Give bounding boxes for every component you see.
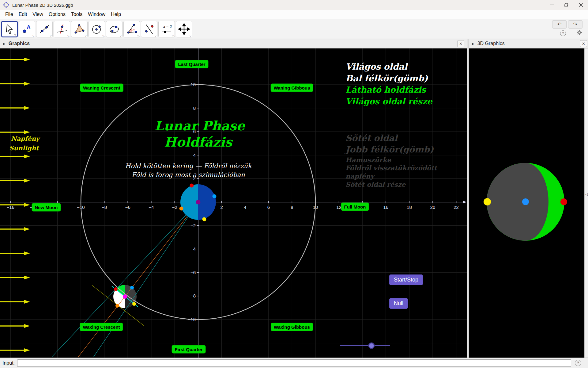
phase-label-new-moon[interactable]: New Moon bbox=[32, 203, 61, 212]
graphics3d-panel-header: ▶ 3D Graphics ✕ bbox=[469, 39, 588, 48]
sphere-yellow-point[interactable] bbox=[484, 198, 491, 205]
x-axis-tick-label: 22 bbox=[454, 205, 459, 210]
x-axis-tick-label: −4 bbox=[149, 205, 154, 210]
menu-help[interactable]: Help bbox=[108, 11, 124, 18]
phase-label-full-moon[interactable]: Full Moon bbox=[341, 203, 369, 211]
help-icon[interactable]: ? bbox=[560, 30, 566, 36]
tool-dropdown-caret[interactable]: ▽ bbox=[85, 35, 87, 37]
settings-gear-icon[interactable] bbox=[576, 29, 582, 37]
sun-ray-arrow bbox=[0, 58, 30, 61]
tool-line[interactable]: ▽ bbox=[36, 21, 53, 37]
sun-ray-arrow bbox=[0, 300, 30, 304]
slider-knob[interactable] bbox=[369, 343, 374, 348]
tool-dropdown-caret[interactable]: ▽ bbox=[67, 35, 69, 37]
tool-dropdown-caret[interactable]: ▽ bbox=[102, 35, 104, 37]
x-axis-arrow bbox=[463, 201, 466, 204]
tool-point[interactable]: A▽ bbox=[19, 21, 35, 37]
tool-dropdown-caret[interactable]: ▽ bbox=[137, 35, 139, 37]
graphics-panel-header: ▶ Graphics ✕ bbox=[0, 39, 467, 48]
null-button[interactable]: Null bbox=[389, 298, 408, 309]
input-help-icon[interactable]: ? bbox=[575, 360, 581, 366]
tool-dropdown-caret[interactable]: ▽ bbox=[120, 35, 122, 37]
redo-button[interactable]: ↷ bbox=[568, 20, 582, 29]
phase-label-last-quarter[interactable]: Last Quarter bbox=[175, 60, 208, 68]
restore-icon[interactable] bbox=[559, 0, 574, 10]
menu-view[interactable]: View bbox=[30, 11, 46, 18]
menu-options[interactable]: Options bbox=[46, 11, 68, 18]
menu-window[interactable]: Window bbox=[85, 11, 108, 18]
close-icon[interactable] bbox=[574, 0, 588, 10]
legend-light-line: Világos oldal bbox=[345, 62, 407, 72]
tool-circle-icon bbox=[91, 23, 103, 35]
earth-disk[interactable] bbox=[179, 184, 217, 221]
sun-rays-layer bbox=[0, 58, 30, 352]
tool-circle[interactable]: ▽ bbox=[89, 21, 105, 37]
phase-label-waning-gibbous[interactable]: Waning Gibbous bbox=[271, 84, 313, 92]
grid-layer bbox=[0, 48, 467, 358]
expand-panel-icon[interactable]: ◁ bbox=[585, 193, 588, 196]
tool-move-view[interactable]: ▽ bbox=[176, 21, 192, 37]
sun-ray-arrow bbox=[0, 227, 30, 231]
moon-blue-point[interactable] bbox=[130, 286, 134, 289]
start-stop-button[interactable]: Start/Stop bbox=[389, 274, 423, 285]
tool-ellipse-icon bbox=[108, 23, 120, 35]
tool-dropdown-caret[interactable]: ▽ bbox=[155, 35, 156, 37]
legend-light-line: Látható holdfázis bbox=[345, 85, 426, 94]
tool-dropdown-caret[interactable]: ▽ bbox=[32, 35, 34, 37]
svg-text:A: A bbox=[27, 24, 31, 30]
legend-light-line: Világos oldal része bbox=[345, 97, 432, 106]
menu-tools[interactable]: Tools bbox=[68, 11, 85, 18]
earth-marker-orange-point[interactable] bbox=[179, 207, 183, 211]
graphics-collapse-icon[interactable]: ▶ bbox=[3, 42, 6, 45]
minimize-icon[interactable] bbox=[545, 0, 559, 10]
graphics-3d-canvas[interactable]: ◁ bbox=[469, 48, 588, 358]
speed-slider[interactable] bbox=[341, 343, 390, 348]
undo-button[interactable]: ↶ bbox=[552, 20, 567, 29]
x-axis-tick-label: −2 bbox=[172, 205, 177, 210]
tool-perpendicular-icon bbox=[56, 23, 68, 35]
phase-label-first-quarter[interactable]: First Quarter bbox=[172, 345, 206, 354]
tool-dropdown-caret[interactable]: ▽ bbox=[190, 35, 191, 37]
earth-marker-yellow-point[interactable] bbox=[202, 217, 206, 221]
graphics3d-collapse-icon[interactable]: ▶ bbox=[472, 42, 474, 45]
sun-ray-arrow bbox=[0, 348, 30, 352]
tool-ellipse[interactable]: ▽ bbox=[106, 21, 123, 37]
moon-sphere[interactable] bbox=[484, 163, 567, 241]
tool-move[interactable]: ▽ bbox=[1, 21, 18, 37]
tool-dropdown-caret[interactable]: ▽ bbox=[14, 34, 16, 36]
graphics-close-icon[interactable]: ✕ bbox=[457, 40, 464, 47]
earth-marker-red-point[interactable] bbox=[190, 184, 194, 188]
sphere-center-point[interactable] bbox=[522, 198, 529, 205]
phase-label-waning-crescent[interactable]: Waning Crescent bbox=[80, 84, 123, 92]
sphere-red-point[interactable] bbox=[560, 198, 567, 205]
moon-red-point[interactable] bbox=[114, 287, 118, 291]
phase-label-waxing-crescent[interactable]: Waxing Crescent bbox=[80, 323, 123, 331]
phase-label-waxing-gibbous[interactable]: Waxing Gibbous bbox=[271, 323, 313, 331]
tool-polygon[interactable]: ▽ bbox=[71, 21, 88, 37]
tool-reflect[interactable]: ▽ bbox=[141, 21, 157, 37]
collapsed-sidebar-strip[interactable]: ◁ bbox=[584, 48, 588, 358]
graphics3d-close-icon[interactable]: ✕ bbox=[580, 40, 587, 47]
earth-center-point[interactable] bbox=[196, 200, 201, 205]
undo-icon: ↶ bbox=[557, 21, 561, 28]
tool-polygon-icon bbox=[73, 23, 85, 35]
menu-file[interactable]: File bbox=[2, 11, 16, 18]
x-axis-tick-label: 2 bbox=[220, 205, 223, 210]
algebra-input-field[interactable] bbox=[17, 359, 571, 367]
moon-center-point[interactable] bbox=[123, 294, 127, 299]
moon-yellow-point[interactable] bbox=[132, 302, 136, 306]
earth-moon-axis-line bbox=[78, 202, 198, 357]
tool-slider[interactable]: a = 2▽ bbox=[158, 21, 175, 37]
tool-dropdown-caret[interactable]: ▽ bbox=[50, 35, 52, 37]
graphics-2d-canvas[interactable]: −16−14−12−10−8−6−4−224681012141618202210… bbox=[0, 48, 467, 358]
toolbar: ▽A▽▽▽▽▽▽α▽▽a = 2▽▽ ↶ ↷ ? bbox=[0, 19, 588, 39]
tool-dropdown-caret[interactable]: ▽ bbox=[172, 35, 174, 37]
tool-move-view-icon bbox=[178, 23, 190, 35]
sun-ray-arrow bbox=[0, 179, 30, 182]
moon-orange-point[interactable] bbox=[115, 304, 119, 308]
earth-marker-blue-point[interactable] bbox=[213, 194, 217, 198]
tool-angle[interactable]: α▽ bbox=[123, 21, 140, 37]
menu-edit[interactable]: Edit bbox=[16, 11, 30, 18]
y-axis-tick-label: −8 bbox=[190, 293, 196, 298]
tool-perpendicular[interactable]: ▽ bbox=[54, 21, 70, 37]
